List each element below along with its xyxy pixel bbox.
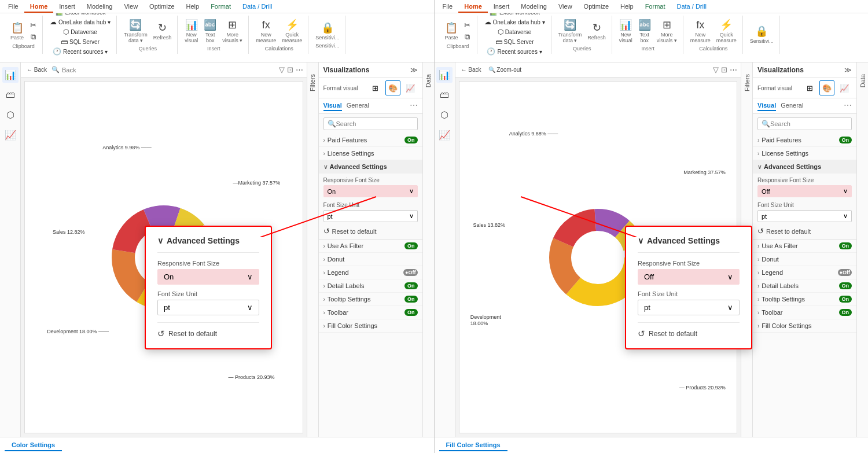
fitpage-icon-left[interactable]: ⊡ bbox=[287, 65, 293, 74]
callout-unit-dropdown-left[interactable]: pt ∨ bbox=[157, 300, 259, 315]
section-paid-right[interactable]: › Paid Features On bbox=[753, 134, 856, 147]
format-brush-icon-left[interactable]: 🎨 bbox=[385, 80, 400, 95]
tab-help-left[interactable]: Help bbox=[181, 1, 205, 13]
tab-view-right[interactable]: View bbox=[553, 1, 578, 13]
tab-file-left[interactable]: File bbox=[2, 1, 24, 13]
tab-datadrill-right[interactable]: Data / Drill bbox=[671, 1, 712, 13]
section-legend-right[interactable]: › Legend ●Off bbox=[753, 266, 856, 279]
section-detail-right[interactable]: › Detail Labels On bbox=[753, 279, 856, 293]
filter-icon-right[interactable]: ▽ bbox=[713, 65, 719, 74]
tab-view-left[interactable]: View bbox=[118, 1, 144, 13]
tab-modeling-left[interactable]: Modeling bbox=[81, 1, 119, 13]
newmeasure-btn-right[interactable]: fx Newmeasure bbox=[688, 19, 713, 45]
refresh-btn-right[interactable]: ↻ Refresh bbox=[585, 21, 608, 42]
copy-btn-left[interactable]: ⧉ bbox=[27, 32, 39, 42]
font-size-dropdown-right[interactable]: Off ∨ bbox=[757, 185, 852, 197]
format-table-icon-left[interactable]: ⊞ bbox=[368, 80, 383, 95]
font-unit-dropdown-left[interactable]: pt ∨ bbox=[323, 210, 418, 222]
tab-general-right[interactable]: General bbox=[781, 101, 803, 111]
section-legend-left[interactable]: › Legend ●Off bbox=[319, 266, 422, 279]
tab-format-right[interactable]: Format bbox=[639, 1, 671, 13]
tab-format-left[interactable]: Format bbox=[205, 1, 237, 13]
paste-btn-right[interactable]: 📋 Paste bbox=[443, 21, 461, 42]
sidebar-icon-data-right[interactable]: 🗃 bbox=[437, 87, 451, 102]
onelake-btn-left[interactable]: ☁OneLake data hub ▾ bbox=[47, 17, 113, 27]
back-btn-left[interactable]: ← Back bbox=[24, 66, 49, 73]
dataverse-btn-left[interactable]: ⬡Dataverse bbox=[61, 27, 100, 36]
section-detail-left[interactable]: › Detail Labels On bbox=[319, 279, 422, 293]
section-fillcolor-left[interactable]: › Fill Color Settings bbox=[319, 319, 422, 333]
tab-file-right[interactable]: File bbox=[437, 1, 459, 13]
format-analytics-icon-left[interactable]: 📈 bbox=[403, 80, 418, 95]
canvas-search-left[interactable] bbox=[62, 67, 276, 73]
newmeasure-btn-left[interactable]: fx Newmeasure bbox=[253, 19, 278, 45]
dataverse-btn-right[interactable]: ⬡Dataverse bbox=[495, 27, 534, 36]
format-analytics-icon-right[interactable]: 📈 bbox=[837, 80, 852, 95]
format-brush-icon-right[interactable]: 🎨 bbox=[819, 80, 834, 95]
sidebar-icon-report[interactable]: 📊 bbox=[2, 67, 19, 83]
callout-font-dropdown-left[interactable]: On ∨ bbox=[157, 269, 259, 285]
page-tab-left[interactable]: Color Settings bbox=[5, 440, 62, 451]
filters-tab-left[interactable]: Filters bbox=[307, 62, 318, 437]
search-input-left[interactable] bbox=[336, 120, 416, 127]
format-table-icon-right[interactable]: ⊞ bbox=[802, 80, 817, 95]
recent-btn-right[interactable]: 🕐Recent sources ▾ bbox=[484, 47, 544, 56]
tab-home-left[interactable]: Home bbox=[24, 1, 54, 13]
sidebar-icon-model-right[interactable]: ⬡ bbox=[438, 107, 451, 123]
tab-general-left[interactable]: General bbox=[347, 101, 369, 111]
newvisual-btn-right[interactable]: 📊 Newvisual bbox=[617, 19, 635, 45]
section-advanced-header-left[interactable]: ∨ Advanced Settings bbox=[319, 160, 422, 174]
reset-btn-right[interactable]: ↺ Reset to default bbox=[757, 227, 852, 235]
textbox-btn-right[interactable]: 🔤 Textbox bbox=[636, 19, 653, 45]
transform-btn-right[interactable]: 🔄 Transformdata ▾ bbox=[556, 19, 584, 45]
sidebar-icon-dax[interactable]: 📈 bbox=[2, 127, 19, 143]
newvisual-btn-left[interactable]: 📊 Newvisual bbox=[182, 19, 200, 45]
sidebar-icon-report-right[interactable]: 📊 bbox=[436, 67, 453, 83]
section-filter-left[interactable]: › Use As Filter On bbox=[319, 240, 422, 253]
page-tab-right[interactable]: Fill Color Settings bbox=[439, 440, 507, 451]
callout-unit-dropdown-right[interactable]: pt ∨ bbox=[638, 300, 740, 315]
quickmeasure-btn-left[interactable]: ⚡ Quickmeasure bbox=[279, 19, 304, 45]
section-donut-right[interactable]: › Donut bbox=[753, 253, 856, 266]
fitpage-icon-right[interactable]: ⊡ bbox=[721, 65, 727, 74]
transform-btn-left[interactable]: 🔄 Transformdata ▾ bbox=[122, 19, 150, 45]
paste-btn-left[interactable]: 📋 Paste bbox=[8, 21, 26, 42]
sidebar-icon-data[interactable]: 🗃 bbox=[3, 87, 17, 102]
back-btn-right[interactable]: ← Back bbox=[459, 66, 484, 73]
tab-optimize-right[interactable]: Optimize bbox=[578, 1, 615, 13]
refresh-btn-left[interactable]: ↻ Refresh bbox=[151, 21, 174, 42]
tab-modeling-right[interactable]: Modeling bbox=[515, 1, 553, 13]
copy-btn-right[interactable]: ⧉ bbox=[462, 32, 473, 42]
sidebar-icon-model[interactable]: ⬡ bbox=[4, 107, 17, 123]
section-license-right[interactable]: › License Settings bbox=[753, 147, 856, 160]
tab-insert-right[interactable]: Insert bbox=[488, 1, 516, 13]
onelake-btn-right[interactable]: ☁OneLake data hub ▾ bbox=[482, 17, 547, 27]
sidebar-icon-dax-right[interactable]: 📈 bbox=[436, 127, 453, 143]
cut-btn-left[interactable]: ✂ bbox=[27, 20, 39, 31]
data-tab-right[interactable]: Data bbox=[856, 62, 868, 437]
font-size-dropdown-left[interactable]: On ∨ bbox=[323, 185, 418, 197]
callout-reset-right[interactable]: ↺ Reset to default bbox=[638, 329, 740, 339]
tab-dots-left[interactable]: ⋯ bbox=[410, 101, 418, 111]
sql-btn-right[interactable]: 🗃SQL Server bbox=[493, 37, 536, 46]
data-tab-left[interactable]: Data bbox=[422, 62, 434, 437]
expand-icon-left[interactable]: ≫ bbox=[410, 66, 418, 74]
cut-btn-right[interactable]: ✂ bbox=[462, 20, 473, 31]
section-toolbar-left[interactable]: › Toolbar On bbox=[319, 306, 422, 319]
tab-datadrill-left[interactable]: Data / Drill bbox=[237, 1, 278, 13]
morevisuals-btn-left[interactable]: ⊞ Morevisuals ▾ bbox=[220, 19, 245, 45]
tab-dots-right[interactable]: ⋯ bbox=[844, 101, 852, 111]
tab-home-right[interactable]: Home bbox=[458, 1, 488, 13]
section-fillcolor-right[interactable]: › Fill Color Settings bbox=[753, 319, 856, 333]
section-license-left[interactable]: › License Settings bbox=[319, 147, 422, 160]
section-toolbar-right[interactable]: › Toolbar On bbox=[753, 306, 856, 319]
more-icon-left[interactable]: ⋯ bbox=[296, 65, 303, 74]
callout-font-dropdown-right[interactable]: Off ∨ bbox=[638, 269, 740, 285]
excel-btn-right[interactable]: 📗Excel workbook bbox=[487, 13, 542, 17]
excel-btn-left[interactable]: 📗Excel workbook bbox=[53, 13, 108, 17]
recent-btn-left[interactable]: 🕐Recent sources ▾ bbox=[50, 47, 110, 56]
tab-help-right[interactable]: Help bbox=[615, 1, 639, 13]
section-tooltip-left[interactable]: › Tooltip Settings On bbox=[319, 293, 422, 306]
tab-visual-left[interactable]: Visual bbox=[323, 101, 342, 111]
filter-icon-left[interactable]: ▽ bbox=[279, 65, 285, 74]
